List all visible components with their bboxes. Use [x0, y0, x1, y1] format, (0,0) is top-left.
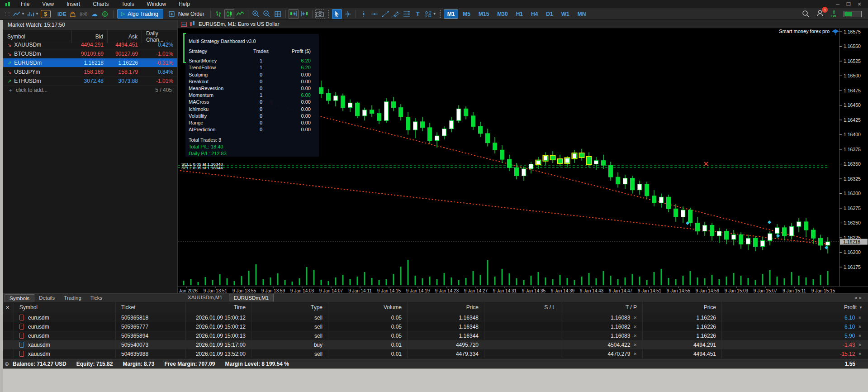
th-ticket[interactable]: Ticket: [115, 302, 185, 313]
timeframe-m30[interactable]: M30: [493, 10, 511, 19]
mw-row-usdjpym[interactable]: ↘USDJPYm158.169158.1790.84%: [3, 67, 177, 76]
menu-charts[interactable]: Charts: [86, 0, 115, 8]
signals-icon[interactable]: ((o)): [79, 9, 89, 19]
depth-of-market-icon[interactable]: [181, 22, 187, 27]
menu-help[interactable]: Help: [172, 0, 196, 8]
price-axis-label: 1.16575: [844, 29, 861, 34]
chart-profile-icon[interactable]: ▼: [12, 9, 25, 19]
close-position-button[interactable]: ✕: [858, 316, 862, 320]
zoom-out-icon[interactable]: [262, 9, 272, 19]
trendline-icon[interactable]: [380, 9, 390, 19]
timeframe-h1[interactable]: H1: [512, 10, 526, 19]
cloud-icon[interactable]: ☁: [90, 9, 100, 19]
market-bag-icon[interactable]: [68, 9, 78, 19]
candle-mode-icon[interactable]: [224, 9, 234, 19]
menu-insert[interactable]: Insert: [60, 0, 86, 8]
chart-shift-icon[interactable]: [299, 9, 309, 19]
bar-chart-mode-icon[interactable]: [213, 9, 223, 19]
price-axis-label: 1.16350: [844, 161, 861, 167]
mw-symbol: ↘XAUUSDm: [3, 42, 72, 48]
candle-body: [703, 225, 707, 231]
mw-add-row[interactable]: ＋ click to add... 5 / 405: [3, 86, 177, 95]
menu-view[interactable]: View: [36, 0, 60, 8]
market-dollar-icon[interactable]: $: [40, 9, 51, 19]
text-tool-icon[interactable]: T: [413, 9, 423, 19]
modify-tp-button[interactable]: ✕: [633, 334, 637, 338]
tab-symbols[interactable]: Symbols: [5, 294, 34, 302]
profile-icon[interactable]: 1: [816, 9, 824, 19]
market-watch-header: Symbol Bid Ask Daily Chan...: [3, 30, 177, 40]
volume-bar: [516, 278, 517, 285]
menu-window[interactable]: Window: [141, 0, 173, 8]
modify-tp-button[interactable]: ✕: [633, 316, 637, 320]
modify-tp-button[interactable]: ✕: [633, 325, 637, 329]
ide-icon[interactable]: IDE: [57, 9, 67, 19]
line-mode-icon[interactable]: [235, 9, 245, 19]
th-tp[interactable]: T / P: [561, 302, 642, 313]
restore-button[interactable]: ❐: [844, 1, 853, 7]
close-button[interactable]: ✕: [855, 1, 863, 7]
timeframe-mn[interactable]: MN: [574, 10, 590, 19]
th-volume[interactable]: Volume: [328, 302, 407, 313]
timeframe-d1[interactable]: D1: [542, 10, 556, 19]
fibonacci-icon[interactable]: [402, 9, 412, 19]
chart-tab-eurusdm-m1[interactable]: EURUSDm,M1: [229, 294, 274, 301]
autoscroll-icon[interactable]: [289, 9, 299, 19]
th-price-current[interactable]: Price: [642, 302, 721, 313]
tab-ticks[interactable]: Ticks: [86, 294, 107, 301]
th-sl[interactable]: S / L: [484, 302, 561, 313]
minimize-button[interactable]: ─: [834, 1, 842, 7]
expand-icon[interactable]: ⊕: [5, 361, 9, 367]
trade-row[interactable]: ⋮xauusdm5046359882026.01.09 13:52:00sell…: [0, 349, 868, 359]
tp-value: 1.16083: [611, 333, 630, 339]
search-icon[interactable]: [802, 10, 810, 18]
tile-windows-icon[interactable]: [273, 9, 283, 19]
timeframe-m1[interactable]: M1: [444, 10, 459, 19]
crosshair-icon[interactable]: [343, 9, 353, 19]
volume-bar: [502, 269, 503, 285]
menu-tools[interactable]: Tools: [115, 0, 141, 8]
cursor-icon[interactable]: [332, 9, 342, 19]
trade-row[interactable]: ⋮eurusdm5053658182026.01.09 15:00:12sell…: [0, 313, 868, 322]
trade-row[interactable]: ⋮xauusdm5055400732026.01.09 15:17:00buy0…: [0, 340, 868, 349]
menu-file[interactable]: File: [14, 0, 36, 8]
th-type[interactable]: Type: [251, 302, 328, 313]
timeframe-h4[interactable]: H4: [527, 10, 541, 19]
chart-tab-xauusdm-m1[interactable]: XAUUSDm,M1: [183, 294, 227, 301]
timeframe-m15[interactable]: M15: [475, 10, 493, 19]
timeframe-m5[interactable]: M5: [459, 10, 474, 19]
th-profit[interactable]: Profit▼: [721, 302, 868, 313]
vertical-line-icon[interactable]: [359, 9, 369, 19]
shapes-icon[interactable]: ▼: [424, 9, 437, 19]
new-order-button[interactable]: New Order: [165, 9, 208, 19]
volume-bar: [784, 278, 785, 285]
mw-row-eurusdm[interactable]: ↗EURUSDm1.162181.16226-0.31%: [3, 58, 177, 67]
mw-row-ethusdm[interactable]: ↗ETHUSDm3072.483073.88-1.01%: [3, 76, 177, 86]
close-position-button[interactable]: ✕: [858, 343, 862, 347]
tab-trading[interactable]: Trading: [59, 294, 86, 301]
indicators-icon[interactable]: ▼: [26, 9, 39, 19]
timeframe-w1[interactable]: W1: [558, 10, 573, 19]
community-icon[interactable]: [100, 9, 110, 19]
horizontal-line-icon[interactable]: [370, 9, 379, 19]
zoom-in-icon[interactable]: [251, 9, 261, 19]
mw-row-btcusdm[interactable]: ↘BTCUSDm90109.6990127.69-1.01%: [3, 49, 177, 58]
modify-tp-button[interactable]: ✕: [633, 343, 637, 347]
tab-scroll-arrows[interactable]: ◂▸: [854, 295, 864, 300]
mw-row-xauusdm[interactable]: ↘XAUUSDm4494.2914494.4510.42%: [3, 40, 177, 49]
screenshot-icon[interactable]: [315, 9, 325, 19]
th-symbol[interactable]: Symbol: [14, 302, 115, 313]
lvl-icon[interactable]: ⇧LVL: [830, 10, 837, 18]
channel-icon[interactable]: [391, 9, 401, 19]
trade-row[interactable]: ⋮eurusdm5053657772026.01.09 15:00:12sell…: [0, 322, 868, 331]
tab-details[interactable]: Details: [34, 294, 59, 301]
toolbar-drag-handle[interactable]: ⋮⋮: [3, 11, 10, 16]
th-time[interactable]: Time: [185, 302, 251, 313]
trade-row[interactable]: ⋮eurusdm5053658942026.01.09 15:00:13sell…: [0, 331, 868, 340]
close-position-button[interactable]: ✕: [858, 352, 862, 356]
algo-trading-button[interactable]: ▷Algo Trading: [117, 9, 163, 19]
modify-tp-button[interactable]: ✕: [633, 352, 637, 356]
close-position-button[interactable]: ✕: [858, 334, 862, 338]
close-position-button[interactable]: ✕: [858, 325, 862, 329]
th-price-open[interactable]: Price: [407, 302, 484, 313]
